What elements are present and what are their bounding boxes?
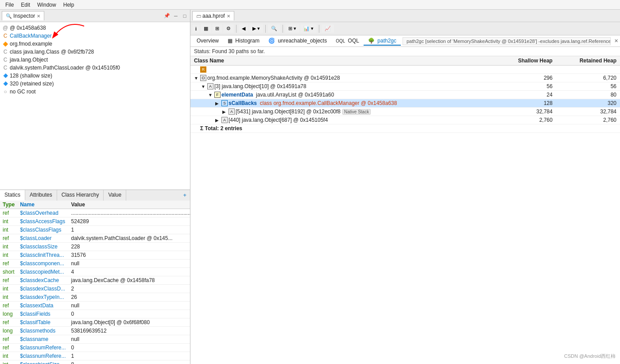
table-row[interactable]: R xyxy=(190,66,620,74)
toolbar-info-btn[interactable]: i xyxy=(192,25,200,33)
table-row[interactable]: ref $classOverhead .....................… xyxy=(0,209,190,217)
table-row[interactable]: Σ Total: 2 entries xyxy=(190,124,620,133)
expand-icon[interactable]: ▶ xyxy=(215,118,221,123)
arr-icon: A xyxy=(207,83,213,89)
table-row[interactable]: int $classnumRefere... 1 xyxy=(0,352,190,360)
cell-type: ref xyxy=(0,259,17,267)
subtab-histogram[interactable]: ▦ Histogram xyxy=(223,37,264,46)
toolbar-settings-btn[interactable]: ⚙ xyxy=(223,24,234,33)
table-row[interactable]: int $classAccessFlags 524289 xyxy=(0,217,190,225)
cell-name: $classname xyxy=(17,335,68,343)
table-row[interactable]: ▼ O org.fmod.example.MemoryShakeActivity… xyxy=(190,74,620,82)
table-row[interactable]: long $classiFields 0 xyxy=(0,310,190,318)
table-row[interactable]: ref $classdexCache java.lang.DexCache @ … xyxy=(0,276,190,284)
tree-item-retained[interactable]: 🔷 320 (retained size) xyxy=(0,80,190,88)
expand-icon[interactable]: ▶ xyxy=(215,101,221,106)
toolbar-sep-2 xyxy=(265,25,266,33)
hprof-tab[interactable]: 🗃 aaa.hprof ✕ xyxy=(192,11,234,20)
tab-value[interactable]: Value xyxy=(104,190,126,201)
subtab-unreachable[interactable]: 🌀 unreachable_objects xyxy=(264,37,331,46)
subtab-histogram-icon: ▦ xyxy=(228,38,232,44)
table-row[interactable]: int $classobjectSize 8 xyxy=(0,360,190,364)
table-row[interactable]: ref $classnumRefere... 0 xyxy=(0,343,190,352)
table-row[interactable]: ▶ A [5431] java.lang.Object[8192] @ 0x12… xyxy=(190,108,620,116)
table-row[interactable]: ref $classcomponen... null xyxy=(0,259,190,267)
cell-value: 4 xyxy=(69,267,190,276)
tree-item-org[interactable]: 🔶 org.fmod.example xyxy=(0,40,190,48)
cell-type: ref xyxy=(0,335,17,343)
expand-icon[interactable]: ▼ xyxy=(194,76,199,81)
table-row[interactable]: long $classmethods 5381696395​12 xyxy=(0,326,190,335)
tree-item-javaclass[interactable]: C class java.lang.Class @ 0x6f2fb728 xyxy=(0,48,190,56)
tree-item-address[interactable]: @ @ 0x1458a638 xyxy=(0,24,190,32)
toolbar-dominated-btn[interactable]: ⊞ xyxy=(212,24,222,33)
tree-item-dalvik[interactable]: C dalvik.system.PathClassLoader @ 0x1451… xyxy=(0,64,190,72)
cell-name: $classiFields xyxy=(17,310,68,318)
table-row[interactable]: ref $classname null xyxy=(0,335,190,343)
tree-col-classname[interactable]: Class Name xyxy=(190,56,496,66)
menu-edit[interactable]: Edit xyxy=(17,1,34,9)
cell-value: null xyxy=(69,259,190,267)
tab-attributes[interactable]: Attributes xyxy=(25,190,57,201)
static-icon: S xyxy=(221,100,228,106)
maximize-action[interactable]: □ xyxy=(181,12,188,19)
menu-window[interactable]: Window xyxy=(34,1,60,9)
col-header-name: Name xyxy=(17,201,68,209)
cell-name: $classdexClassD... xyxy=(17,284,68,293)
tree-item-javaobject[interactable]: C java.lang.Object xyxy=(0,56,190,64)
subtab-oql-icon: OQL xyxy=(336,39,345,43)
toolbar-chart-btn[interactable]: 📈 xyxy=(322,24,334,33)
subtab-path2gc[interactable]: 🌳 path2gc xyxy=(364,37,401,46)
table-row[interactable]: ▶ S sCallBacks class org.fmod.example.Ca… xyxy=(190,99,620,108)
tree-item-shallow[interactable]: 🔷 128 (shallow size) xyxy=(0,72,190,80)
table-row[interactable]: int $classdexClassD... 2 xyxy=(0,284,190,293)
tree-javaobj-label: java.lang.Object xyxy=(10,57,48,63)
table-row[interactable]: int $classclinitThrea... 31576 xyxy=(0,251,190,259)
table-row[interactable]: ref $classextData null xyxy=(0,301,190,310)
tree-col-shallow[interactable]: Shallow Heap xyxy=(496,56,556,66)
tree-item-gcroot[interactable]: ○ no GC root xyxy=(0,88,190,96)
table-row[interactable]: int $classClassFlags 1 xyxy=(0,225,190,234)
table-row[interactable]: int $classdexTypeIn... 26 xyxy=(0,293,190,301)
tree-col-retained[interactable]: Retained Heap xyxy=(556,56,620,66)
statics-table: Type Name Value ref $classOverhead .....… xyxy=(0,201,190,364)
expand-icon[interactable]: ▼ xyxy=(208,93,213,97)
inspector-tab-close[interactable]: ✕ xyxy=(37,14,40,19)
toolbar-search-btn[interactable]: 🔍 xyxy=(268,24,280,33)
menu-help[interactable]: Help xyxy=(60,1,78,9)
expand-icon[interactable]: ▶ xyxy=(222,109,228,114)
table-row[interactable]: ▶ A [440] java.lang.Object[687] @ 0x1451… xyxy=(190,116,620,124)
subtab-overview[interactable]: Overview xyxy=(192,37,223,46)
menu-file[interactable]: File xyxy=(2,1,17,9)
cell-name: $classclinitThrea... xyxy=(17,251,68,259)
add-tab-button[interactable]: + xyxy=(179,190,190,201)
tab-classhierarchy[interactable]: Class Hierarchy xyxy=(57,190,104,201)
table-row[interactable]: int $classclassSize 228 xyxy=(0,242,190,251)
cell-shallow: 24 xyxy=(496,91,556,99)
path2gc-close[interactable]: ✕ xyxy=(614,38,618,44)
toolbar-prev-btn[interactable]: ◀ xyxy=(239,24,248,33)
cell-value: 26 xyxy=(69,293,190,301)
inspector-tab[interactable]: 🔍 Inspector ✕ xyxy=(2,11,44,20)
expand-icon[interactable]: ▼ xyxy=(201,84,206,89)
tab-statics[interactable]: Statics xyxy=(0,190,25,201)
table-row[interactable]: ref $classLoader dalvik.system.PathClass… xyxy=(0,234,190,242)
toolbar-next-btn[interactable]: ▶ ▾ xyxy=(249,24,263,33)
pin-action[interactable]: 📌 xyxy=(163,12,170,19)
field-icon: F xyxy=(214,92,221,98)
tree-item-callbackmanager[interactable]: C CallBackManager xyxy=(0,32,190,40)
toolbar-histogram-btn[interactable]: ▦ xyxy=(201,24,211,33)
menubar: File Edit Window Help xyxy=(0,0,620,10)
toolbar-export-btn[interactable]: 📊 ▾ xyxy=(300,24,317,33)
table-row[interactable]: short $classcopiedMet... 4 xyxy=(0,267,190,276)
subtab-oql[interactable]: OQL OQL xyxy=(331,37,364,46)
toolbar-expand-btn[interactable]: ⊞ ▾ xyxy=(285,24,299,33)
minimize-action[interactable]: ─ xyxy=(172,12,179,19)
cell-value: 5381696395​12 xyxy=(69,326,190,335)
cell-type: int xyxy=(0,360,17,364)
table-row[interactable]: ▼ F elementData java.util.ArrayList @ 0x… xyxy=(190,91,620,99)
table-row[interactable]: ref $classifTable java.lang.Object[0] @ … xyxy=(0,318,190,326)
cell-type: ref xyxy=(0,276,17,284)
table-row[interactable]: ▼ A [3] java.lang.Object[10] @ 0x14591a7… xyxy=(190,82,620,91)
hprof-tab-close[interactable]: ✕ xyxy=(227,14,230,19)
